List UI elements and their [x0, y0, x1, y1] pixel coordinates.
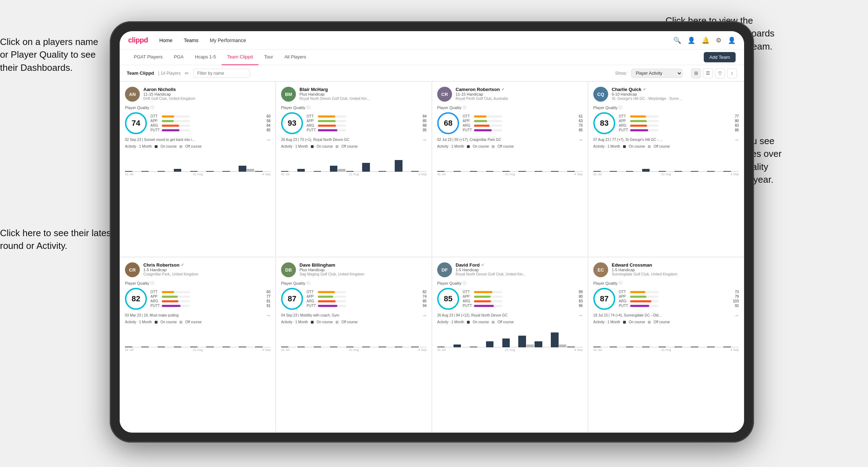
last-round: 26 Aug 23 | 84 (+12), Royal North Devon …	[437, 313, 583, 318]
chart-bar-group	[723, 347, 739, 347]
last-round-arrow[interactable]: →	[266, 137, 270, 142]
score-circle[interactable]: 83	[593, 112, 615, 134]
on-course-bar	[642, 347, 650, 347]
arg-bar	[474, 125, 490, 127]
tab-pga[interactable]: PGA	[168, 50, 189, 65]
chart-bar-group	[125, 347, 141, 347]
tab-team-clippd[interactable]: Team Clippd	[222, 50, 258, 65]
player-name[interactable]: Aaron Nicholls	[143, 87, 270, 92]
last-round: 04 Sep 23 | Mobility with coach, Gym →	[281, 313, 427, 318]
score-circle[interactable]: 85	[437, 288, 459, 310]
player-name[interactable]: Dave Billingham	[299, 262, 427, 268]
on-course-bar	[395, 160, 402, 172]
player-name[interactable]: Chris Robertson✓	[143, 262, 270, 268]
off-course-bar	[666, 347, 674, 347]
last-round-arrow[interactable]: →	[422, 313, 427, 318]
oncourse-legend	[623, 321, 626, 324]
chart-bar-group	[626, 347, 641, 347]
score-circle[interactable]: 87	[593, 288, 615, 310]
on-course-bar	[281, 347, 289, 347]
tab-all-players[interactable]: All Players	[279, 50, 312, 65]
ott-bar	[162, 291, 174, 293]
player-card[interactable]: CQ Charlie Quick✓ 6-10 Handicap St. Geor…	[588, 82, 744, 257]
add-team-button[interactable]: Add Team	[704, 52, 736, 62]
putt-label: PUTT	[619, 128, 628, 132]
player-name[interactable]: Blair McHarg	[299, 87, 427, 92]
score-circle[interactable]: 68	[437, 112, 459, 134]
oncourse-legend	[155, 145, 158, 148]
player-card[interactable]: EC Edward Crossman 1-5 Handicap Sunningd…	[588, 257, 744, 432]
player-card[interactable]: DB Dave Billingham Plus Handicap Sag Mag…	[276, 257, 432, 432]
last-round-arrow[interactable]: →	[266, 313, 270, 318]
tab-pgat-players[interactable]: PGAT Players	[128, 50, 168, 65]
off-course-bar	[289, 347, 296, 347]
filter-input[interactable]	[193, 69, 250, 78]
quality-inner: 82 OTT 60 APP 77 ARG 81	[125, 288, 270, 310]
off-course-bar	[526, 171, 534, 172]
on-course-bar	[222, 171, 230, 172]
show-select[interactable]: Player Activity Quality Score Trend	[631, 69, 683, 78]
grid-view-icon[interactable]: ⊞	[691, 68, 701, 78]
last-round: 03 Mar 23 | 19, Must make putting →	[125, 313, 270, 318]
last-round-arrow[interactable]: →	[422, 137, 427, 142]
player-info: Blair McHarg Plus Handicap Royal North D…	[299, 87, 427, 101]
last-round-arrow[interactable]: →	[734, 137, 739, 142]
arg-bar	[318, 300, 336, 302]
off-course-bar	[494, 171, 501, 172]
player-name[interactable]: Edward Crossman	[612, 262, 739, 268]
chart-bar-group	[190, 171, 206, 172]
edit-team-icon[interactable]: ✏	[185, 70, 189, 76]
score-circle[interactable]: 87	[281, 288, 303, 310]
last-round-arrow[interactable]: →	[734, 313, 739, 318]
chart-label-start: 31 Jul	[437, 172, 446, 176]
settings-icon[interactable]: ⚙	[716, 36, 721, 44]
last-round-arrow[interactable]: →	[578, 137, 583, 142]
oncourse-label: On course	[316, 144, 333, 148]
tab-hcaps[interactable]: Hcaps 1-5	[189, 50, 222, 65]
activity-title: Activity · 1 Month	[281, 320, 308, 324]
search-icon[interactable]: 🔍	[673, 36, 681, 44]
player-name[interactable]: David Ford✓	[456, 262, 583, 268]
tablet-device: clippd Home Teams My Performance 🔍 👤 🔔 ⚙…	[110, 21, 754, 443]
nav-my-performance[interactable]: My Performance	[210, 38, 246, 43]
bell-icon[interactable]: 🔔	[702, 36, 709, 44]
score-circle[interactable]: 82	[125, 288, 147, 310]
score-circle[interactable]: 74	[125, 112, 147, 134]
player-name[interactable]: Charlie Quick✓	[612, 87, 739, 92]
filter-view-icon[interactable]: ▽	[715, 68, 725, 78]
nav-home[interactable]: Home	[159, 38, 172, 43]
team-name: Team Clippd	[127, 70, 154, 76]
off-course-bar	[182, 171, 189, 172]
score-circle[interactable]: 93	[281, 112, 303, 134]
player-card[interactable]: CR Chris Robertson✓ 1-5 Handicap Craigmi…	[120, 257, 275, 432]
last-round-arrow[interactable]: →	[578, 313, 583, 318]
chart-bar-group	[567, 347, 583, 347]
avatar-icon[interactable]: 👤	[728, 36, 736, 44]
arg-label: ARG	[150, 299, 160, 303]
on-course-bar	[610, 171, 617, 172]
mini-chart	[437, 150, 583, 172]
chart-bar-group	[691, 171, 706, 172]
ott-label: OTT	[150, 290, 160, 294]
arg-label: ARG	[463, 124, 472, 127]
chart-labels: 31 Jul 21 Aug 4 Sep	[437, 172, 583, 176]
off-course-bar	[575, 347, 583, 347]
offcourse-label: Off course	[185, 144, 201, 148]
player-card[interactable]: BM Blair McHarg Plus Handicap Royal Nort…	[276, 82, 432, 257]
info-icon: ⓘ	[307, 105, 310, 110]
player-card[interactable]: CR Cameron Robertson✓ 11-15 Handicap Roy…	[432, 82, 588, 257]
sort-view-icon[interactable]: ↕	[727, 68, 737, 78]
player-card[interactable]: DF David Ford✓ 1-5 Handicap Royal North …	[432, 257, 588, 432]
chart-bar-group	[346, 347, 362, 347]
player-avatar: DF	[437, 262, 452, 277]
player-card[interactable]: AN Aaron Nicholls 11-15 Handicap Drift G…	[120, 82, 275, 257]
tab-tour[interactable]: Tour	[258, 50, 279, 65]
oncourse-label: On course	[160, 320, 177, 324]
off-course-bar	[478, 171, 485, 172]
profile-icon[interactable]: 👤	[687, 36, 695, 44]
list-view-icon[interactable]: ☰	[703, 68, 713, 78]
app-bar	[318, 296, 333, 298]
nav-teams[interactable]: Teams	[184, 38, 198, 43]
on-course-bar	[174, 347, 181, 347]
player-name[interactable]: Cameron Robertson✓	[456, 87, 583, 92]
